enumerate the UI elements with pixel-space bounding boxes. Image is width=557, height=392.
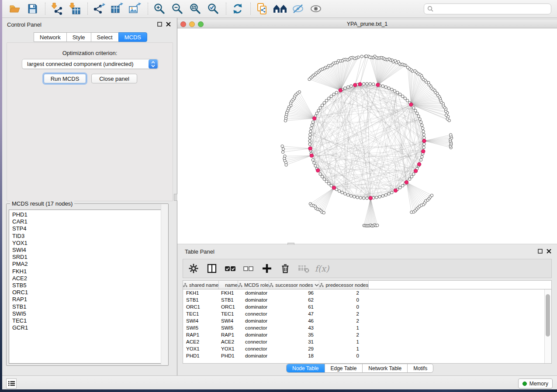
memory-status-dot-icon xyxy=(522,382,527,386)
float-panel-icon[interactable] xyxy=(157,22,162,27)
mcds-result-item[interactable]: PHD1 xyxy=(12,211,166,218)
save-floppy-icon xyxy=(27,3,38,14)
export-network-button[interactable] xyxy=(92,2,106,16)
table-row[interactable]: ACE2 ACE2 connector 31 1 xyxy=(183,338,551,345)
mcds-result-item[interactable]: FKH1 xyxy=(12,268,166,275)
cell-name: RAP1 xyxy=(218,331,242,338)
first-neighbors-button[interactable] xyxy=(273,2,287,16)
copy-network-button[interactable] xyxy=(255,2,269,16)
import-table-icon xyxy=(69,3,81,15)
mcds-result-item[interactable]: ACE2 xyxy=(12,275,166,282)
table-row[interactable]: SWI4 SWI4 dominator 46 2 xyxy=(183,317,551,324)
table-row[interactable]: STB1 STB1 dominator 62 0 xyxy=(183,296,551,303)
mcds-result-item[interactable]: TID3 xyxy=(12,233,166,240)
close-panel-icon[interactable] xyxy=(166,22,171,27)
network-canvas[interactable] xyxy=(177,28,557,244)
close-panel-button[interactable]: Close panel xyxy=(91,74,137,83)
mcds-result-list: PHD1CAR1STP4TID3YOX1SWI4SRD1PMA2FKH1ACE2… xyxy=(9,210,166,364)
table-row[interactable]: ORC1 ORC1 dominator 61 0 xyxy=(183,303,551,310)
toolbar-separator xyxy=(250,3,251,15)
table-panel-tab[interactable]: Motifs xyxy=(408,364,433,372)
memory-label: Memory xyxy=(529,381,548,387)
table-column-header[interactable]: shared name xyxy=(183,281,219,289)
cell-shared-name: ORC1 xyxy=(183,303,218,310)
deselect-all-button[interactable] xyxy=(242,262,255,275)
table-panel-tab[interactable]: Edge Table xyxy=(325,364,363,372)
mcds-result-item[interactable]: STB1 xyxy=(12,303,166,310)
table-row[interactable]: SWI5 SWI5 connector 43 1 xyxy=(183,324,551,331)
mcds-result-item[interactable]: CAR1 xyxy=(12,218,166,225)
table-column-header[interactable]: name xyxy=(219,281,238,289)
delete-table-icon xyxy=(298,264,309,273)
close-panel-icon[interactable] xyxy=(547,249,551,254)
mcds-list-scrollbar[interactable] xyxy=(161,204,168,365)
cell-successor-nodes: 29 xyxy=(281,345,319,352)
mcds-result-item[interactable]: GCR1 xyxy=(12,324,166,331)
cell-mcds-role: dominator xyxy=(242,296,281,303)
search-input[interactable] xyxy=(436,4,551,13)
table-panel-tab[interactable]: Node Table xyxy=(287,364,325,372)
refresh-button[interactable] xyxy=(231,2,245,16)
table-settings-button[interactable] xyxy=(187,262,200,275)
show-column-button[interactable] xyxy=(206,262,218,275)
function-icon: f(x) xyxy=(315,264,329,273)
export-table-button[interactable] xyxy=(110,2,124,16)
memory-button[interactable]: Memory xyxy=(518,378,553,389)
cell-name: SWI4 xyxy=(218,317,242,324)
mcds-result-item[interactable]: RAP1 xyxy=(12,296,166,303)
table-scrollbar-thumb[interactable] xyxy=(546,294,550,337)
select-all-button[interactable] xyxy=(224,262,236,275)
mcds-result-item[interactable]: STB5 xyxy=(12,282,166,289)
table-row[interactable]: FKH1 FKH1 dominator 96 2 xyxy=(183,289,551,296)
eye-icon xyxy=(310,3,322,15)
save-session-button[interactable] xyxy=(25,2,39,16)
shared-column-icon xyxy=(319,283,324,287)
status-bar: Memory xyxy=(2,375,557,389)
zoom-selected-button[interactable] xyxy=(206,2,220,16)
cell-mcds-role: connector xyxy=(242,345,281,352)
hide-selected-button[interactable] xyxy=(291,2,305,16)
mcds-result-item[interactable]: SWI4 xyxy=(12,247,166,254)
shared-column-icon xyxy=(238,283,242,287)
add-row-button[interactable] xyxy=(261,262,273,275)
table-column-header[interactable]: MCDS role xyxy=(238,281,269,289)
table-column-header[interactable]: successor nodes xyxy=(269,281,319,289)
select-stepper-icon xyxy=(149,59,158,69)
table-row[interactable]: RAP1 RAP1 dominator 35 2 xyxy=(183,331,551,338)
zoom-fit-button[interactable] xyxy=(188,2,202,16)
table-column-header[interactable]: predecessor nodes xyxy=(319,281,369,289)
mcds-result-item[interactable]: ORC1 xyxy=(12,289,166,296)
search-field[interactable] xyxy=(424,3,551,14)
mcds-result-item[interactable]: STP4 xyxy=(12,225,166,232)
export-image-button[interactable] xyxy=(128,2,142,16)
cell-name: FKH1 xyxy=(218,289,242,296)
zoom-in-button[interactable] xyxy=(152,2,166,16)
table-row[interactable]: TEC1 TEC1 connector 47 2 xyxy=(183,310,551,317)
table-row[interactable]: PHD1 PHD1 dominator 18 0 xyxy=(183,352,551,359)
mcds-result-item[interactable]: PMA2 xyxy=(12,261,166,268)
cell-name: ORC1 xyxy=(218,303,242,310)
control-panel-tabs: NetworkStyleSelectMCDS xyxy=(34,32,147,42)
show-all-button[interactable] xyxy=(309,2,323,16)
control-panel-tab[interactable]: MCDS xyxy=(118,32,147,42)
control-panel-tab[interactable]: Select xyxy=(91,32,119,42)
zoom-out-button[interactable] xyxy=(170,2,184,16)
list-icon xyxy=(8,381,15,386)
task-history-button[interactable] xyxy=(6,378,17,389)
float-panel-icon[interactable] xyxy=(538,249,543,254)
optimization-criterion-select[interactable]: largest connected component (undirected) xyxy=(22,59,159,69)
trash-icon xyxy=(280,263,291,274)
open-session-button[interactable] xyxy=(7,2,21,16)
import-network-button[interactable] xyxy=(50,2,64,16)
mcds-result-item[interactable]: TEC1 xyxy=(12,317,166,324)
mcds-result-item[interactable]: YOX1 xyxy=(12,240,166,247)
table-panel-tab[interactable]: Network Table xyxy=(363,364,408,372)
delete-row-button[interactable] xyxy=(279,262,291,275)
mcds-result-item[interactable]: SWI5 xyxy=(12,310,166,317)
table-row[interactable]: YOX1 YOX1 connector 29 1 xyxy=(183,345,551,352)
control-panel-tab[interactable]: Style xyxy=(66,32,91,42)
import-table-button[interactable] xyxy=(68,2,82,16)
run-mcds-button[interactable]: Run MCDS xyxy=(44,74,86,83)
mcds-result-item[interactable]: SRD1 xyxy=(12,254,166,261)
control-panel-tab[interactable]: Network xyxy=(34,32,67,42)
